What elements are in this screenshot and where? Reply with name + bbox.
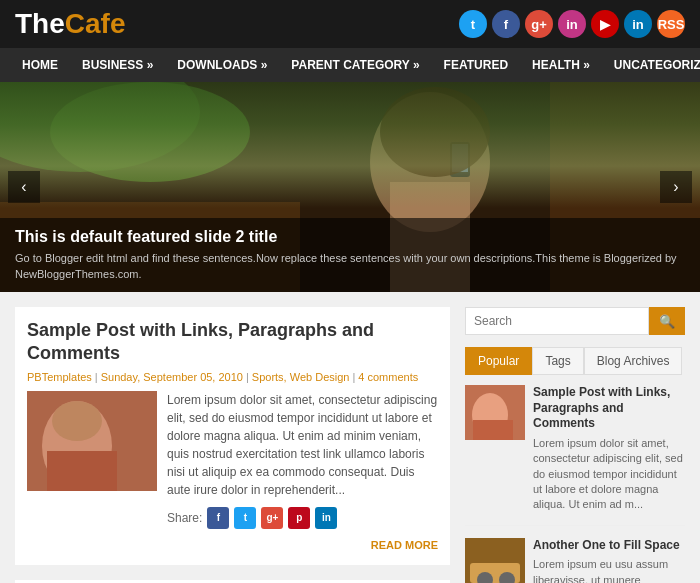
twitter-icon[interactable]: t [459, 10, 487, 38]
post-1-title[interactable]: Sample Post with Links, Paragraphs and C… [27, 319, 438, 366]
sidebar-post-2-thumbnail [465, 538, 525, 583]
site-logo[interactable]: TheCafe [15, 8, 125, 40]
post-1-share: Share: f t g+ p in [167, 507, 438, 529]
post-1: Sample Post with Links, Paragraphs and C… [15, 307, 450, 565]
post-1-author: PBTemplates [27, 371, 92, 383]
main-content-area: Sample Post with Links, Paragraphs and C… [0, 292, 700, 583]
post-1-tags: Sports, Web Design [252, 371, 350, 383]
share-label: Share: [167, 509, 202, 527]
instagram-icon[interactable]: in [558, 10, 586, 38]
nav-featured[interactable]: FEATURED [432, 48, 520, 82]
social-icons-bar: t f g+ in ▶ in RSS [459, 10, 685, 38]
tab-blog-archives[interactable]: Blog Archives [584, 347, 683, 375]
post-1-thumbnail [27, 391, 157, 554]
facebook-icon[interactable]: f [492, 10, 520, 38]
svg-rect-7 [452, 144, 468, 172]
sidebar-post-2: Another One to Fill Space Lorem ipsum eu… [465, 538, 685, 583]
search-input[interactable] [465, 307, 649, 335]
sidebar: 🔍 Popular Tags Blog Archives Sample Post… [465, 307, 685, 583]
post-1-read-more[interactable]: READ MORE [167, 537, 438, 554]
slider-title: This is default featured slide 2 title [15, 228, 685, 246]
svg-point-4 [370, 92, 490, 232]
sidebar-post-1-thumbnail [465, 385, 525, 440]
nav-uncategorized[interactable]: UNCATEGORIZED [602, 48, 700, 82]
share-pinterest-btn[interactable]: p [288, 507, 310, 529]
tab-popular[interactable]: Popular [465, 347, 532, 375]
googleplus-icon[interactable]: g+ [525, 10, 553, 38]
post-1-thumb-image [27, 391, 157, 491]
share-linkedin-btn[interactable]: in [315, 507, 337, 529]
sidebar-post-2-content: Another One to Fill Space Lorem ipsum eu… [533, 538, 685, 583]
post-1-date: Sunday, September 05, 2010 [101, 371, 243, 383]
svg-point-1 [0, 82, 200, 172]
svg-rect-6 [450, 142, 470, 177]
sidebar-tabs: Popular Tags Blog Archives [465, 347, 685, 375]
svg-point-2 [50, 82, 250, 182]
linkedin-icon[interactable]: in [624, 10, 652, 38]
post-1-text: Lorem ipsum dolor sit amet, consectetur … [167, 391, 438, 554]
sidebar-post-1-title[interactable]: Sample Post with Links, Paragraphs and C… [533, 385, 685, 432]
sidebar-post-2-text: Lorem ipsum eu usu assum liberavisse, ut… [533, 557, 685, 583]
svg-point-8 [380, 87, 490, 177]
slider-caption: This is default featured slide 2 title G… [0, 218, 700, 292]
post-1-comments[interactable]: 4 comments [358, 371, 418, 383]
rss-icon[interactable]: RSS [657, 10, 685, 38]
share-twitter-btn[interactable]: t [234, 507, 256, 529]
sidebar-post-1-content: Sample Post with Links, Paragraphs and C… [533, 385, 685, 513]
posts-column: Sample Post with Links, Paragraphs and C… [15, 307, 450, 583]
logo-cafe: Cafe [65, 8, 126, 39]
nav-business[interactable]: BUSINESS » [70, 48, 165, 82]
tab-tags[interactable]: Tags [532, 347, 583, 375]
slider-desc: Go to Blogger edit html and find these s… [15, 251, 685, 282]
nav-home[interactable]: HOME [10, 48, 70, 82]
sidebar-post-1: Sample Post with Links, Paragraphs and C… [465, 385, 685, 526]
svg-rect-14 [27, 391, 157, 491]
share-gplus-btn[interactable]: g+ [261, 507, 283, 529]
nav-health[interactable]: HEALTH » [520, 48, 602, 82]
navigation: HOME BUSINESS » DOWNLOADS » PARENT CATEG… [0, 48, 700, 82]
slider-next-button[interactable]: › [660, 171, 692, 203]
nav-downloads[interactable]: DOWNLOADS » [165, 48, 279, 82]
search-button[interactable]: 🔍 [649, 307, 685, 335]
search-box: 🔍 [465, 307, 685, 335]
svg-rect-23 [473, 420, 513, 440]
sidebar-post-2-title[interactable]: Another One to Fill Space [533, 538, 685, 554]
featured-slider: ‹ › This is default featured slide 2 tit… [0, 82, 700, 292]
share-facebook-btn[interactable]: f [207, 507, 229, 529]
logo-the: The [15, 8, 65, 39]
sidebar-post-1-text: Lorem ipsum dolor sit amet, consectetur … [533, 436, 685, 513]
post-1-meta: PBTemplates | Sunday, September 05, 2010… [27, 371, 438, 383]
youtube-icon[interactable]: ▶ [591, 10, 619, 38]
header: TheCafe t f g+ in ▶ in RSS [0, 0, 700, 48]
post-1-body: Lorem ipsum dolor sit amet, consectetur … [27, 391, 438, 554]
slider-prev-button[interactable]: ‹ [8, 171, 40, 203]
nav-parent-category[interactable]: PARENT CATEGORY » [279, 48, 431, 82]
